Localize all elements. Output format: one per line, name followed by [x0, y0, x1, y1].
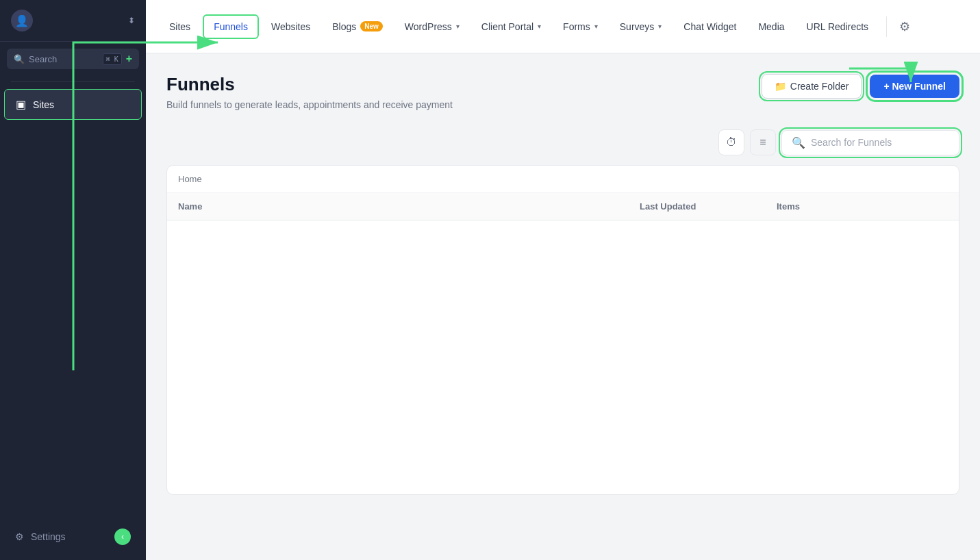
clock-icon: ⏱	[726, 136, 737, 149]
search-label: Search	[29, 54, 99, 64]
nav-item-funnels[interactable]: Funnels	[203, 14, 259, 39]
chevron-down-icon: ▾	[456, 23, 460, 30]
chevron-down-icon-3: ▾	[594, 23, 598, 30]
new-funnel-button[interactable]: + New Funnel	[870, 75, 959, 98]
list-icon: ≡	[759, 136, 766, 149]
sites-icon: ▣	[16, 98, 26, 111]
blogs-label: Blogs	[332, 21, 356, 32]
create-folder-button[interactable]: 📁 Create Folder	[762, 74, 862, 99]
col-last-updated: Last Updated	[640, 201, 777, 212]
search-icon: 🔍	[14, 54, 25, 64]
page-title-section: Funnels Build funnels to generate leads,…	[166, 74, 453, 110]
nav-divider	[886, 16, 887, 37]
main-content: Sites Funnels Websites Blogs New WordPre…	[146, 0, 980, 560]
search-icon: 🔍	[792, 136, 805, 149]
sidebar-nav: ▣ Sites	[0, 88, 146, 513]
top-nav: Sites Funnels Websites Blogs New WordPre…	[146, 0, 980, 53]
nav-item-media[interactable]: Media	[749, 16, 794, 38]
sidebar-item-label: Sites	[33, 99, 54, 110]
sidebar-user-section[interactable]: 👤 ⬍	[0, 0, 146, 42]
chevron-left-icon: ‹	[121, 532, 124, 542]
settings-label: Settings	[31, 531, 66, 542]
new-funnel-label: + New Funnel	[883, 81, 946, 92]
clock-view-button[interactable]: ⏱	[718, 129, 744, 155]
table-header: Name Last Updated Items	[167, 193, 959, 220]
sidebar-divider	[11, 81, 135, 82]
nav-item-wordpress[interactable]: WordPress ▾	[395, 16, 469, 38]
page-header: Funnels Build funnels to generate leads,…	[166, 74, 959, 110]
nav-item-sites[interactable]: Sites	[160, 16, 200, 38]
nav-item-chat-widget[interactable]: Chat Widget	[674, 16, 746, 38]
search-funnels-wrapper[interactable]: 🔍	[781, 130, 959, 155]
table-body	[167, 220, 959, 494]
create-folder-label: Create Folder	[790, 81, 849, 92]
page-actions: 📁 Create Folder + New Funnel	[762, 74, 959, 99]
chevron-up-down-icon: ⬍	[128, 16, 135, 25]
col-items: Items	[777, 201, 879, 212]
list-view-button[interactable]: ≡	[750, 129, 776, 155]
content-toolbar: ⏱ ≡ 🔍	[166, 129, 959, 155]
nav-item-client-portal[interactable]: Client Portal ▾	[472, 16, 551, 38]
page-subtitle: Build funnels to generate leads, appoint…	[166, 99, 453, 110]
sidebar-search[interactable]: 🔍 Search ⌘ K +	[7, 49, 139, 69]
nav-item-forms[interactable]: Forms ▾	[553, 16, 607, 38]
funnels-table: Home Name Last Updated Items	[166, 165, 959, 495]
sidebar-bottom: ⚙ Settings ‹	[0, 513, 146, 560]
blogs-new-badge: New	[360, 21, 383, 31]
nav-item-url-redirects[interactable]: URL Redirects	[797, 16, 879, 38]
folder-icon: 📁	[775, 81, 786, 92]
col-actions	[879, 201, 948, 212]
sidebar-collapse-button[interactable]: ‹	[114, 529, 131, 545]
add-icon: +	[126, 53, 132, 65]
avatar: 👤	[11, 10, 33, 31]
sidebar: 👤 ⬍ 🔍 Search ⌘ K + ▣ Sites ⚙ Settings ‹	[0, 0, 146, 560]
page-title: Funnels	[166, 74, 453, 95]
sidebar-item-sites[interactable]: ▣ Sites	[4, 89, 142, 120]
nav-item-websites[interactable]: Websites	[262, 16, 320, 38]
chevron-down-icon-2: ▾	[538, 23, 541, 30]
sidebar-settings[interactable]: ⚙ Settings ‹	[4, 520, 142, 553]
search-shortcut: ⌘ K	[103, 53, 122, 65]
settings-left: ⚙ Settings	[15, 531, 66, 542]
breadcrumb: Home	[167, 166, 959, 193]
chevron-down-icon-4: ▾	[658, 23, 662, 30]
nav-item-surveys[interactable]: Surveys ▾	[610, 16, 672, 38]
settings-icon: ⚙	[15, 531, 24, 542]
settings-gear-icon[interactable]: ⚙	[895, 15, 914, 38]
page-content: Funnels Build funnels to generate leads,…	[146, 53, 980, 560]
search-funnels-input[interactable]	[811, 137, 949, 148]
user-icon: 👤	[15, 14, 29, 27]
nav-item-blogs[interactable]: Blogs New	[323, 16, 392, 38]
col-name: Name	[178, 201, 640, 212]
